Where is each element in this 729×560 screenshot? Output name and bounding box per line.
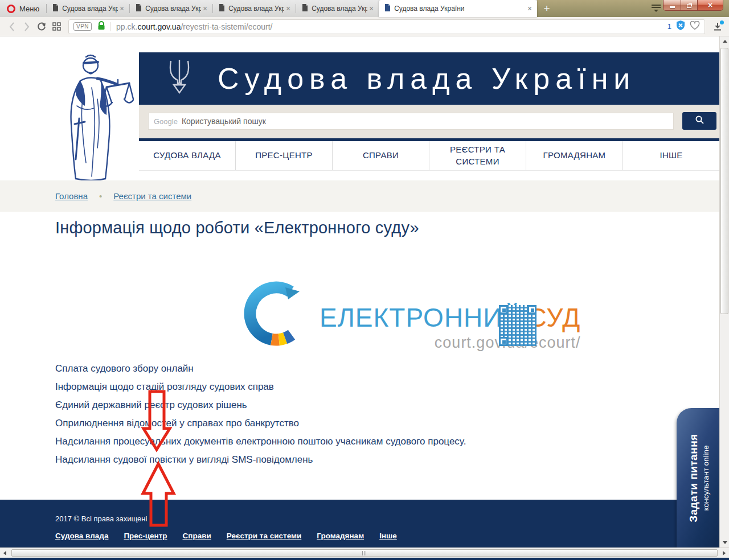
content-link[interactable]: Інформація щодо стадій розгляду судових …: [55, 378, 466, 396]
tab-title: Судова влада України: [145, 5, 201, 13]
tab-close-icon[interactable]: ×: [367, 5, 375, 13]
banner-title: Задати питання: [687, 408, 699, 547]
site-search-input[interactable]: Google Користувацький пошук: [148, 113, 674, 130]
window-controls: ×: [663, 0, 723, 11]
tab-close-icon[interactable]: ×: [284, 5, 292, 13]
tab-title: Судова влада України: [312, 5, 367, 13]
vpn-badge[interactable]: VPN: [73, 22, 92, 31]
download-notification-dot: [720, 20, 724, 24]
browser-tab[interactable]: Судова влада України ×: [213, 0, 296, 17]
tab-close-icon[interactable]: ×: [526, 5, 534, 13]
footer-link-reyestry[interactable]: Реєстри та системи: [227, 532, 301, 540]
downloads-icon[interactable]: [711, 20, 724, 34]
horizontal-scrollbar[interactable]: [0, 547, 729, 558]
reload-button[interactable]: [34, 19, 49, 34]
page-doc-icon: [136, 3, 142, 14]
horizontal-scroll-thumb[interactable]: [11, 549, 718, 557]
window-bottom-edge: [0, 558, 729, 560]
browser-tab[interactable]: Судова влада України ×: [296, 0, 379, 17]
breadcrumb-bullet-icon: •: [99, 191, 102, 201]
content-link[interactable]: Надсилання судової повістки у вигляді SM…: [55, 451, 466, 469]
footer-link-pres-centr[interactable]: Прес-центр: [124, 532, 167, 540]
copyright-text: 2017 © Всі права захищені: [55, 514, 147, 523]
url-text: pp.ck.court.gov.ua/reyestri-ta-sistemi/e…: [116, 22, 667, 31]
page-doc-icon: [384, 3, 391, 14]
lady-justice-image: [54, 51, 134, 183]
search-band: Google Користувацький пошук: [139, 105, 719, 138]
tab-title: Судова влада України: [62, 5, 118, 13]
close-button[interactable]: ×: [697, 0, 723, 10]
scroll-up-icon[interactable]: [720, 36, 729, 46]
breadcrumb: Головна • Реєстри та системи: [55, 180, 191, 212]
nav-item-inshe[interactable]: ІНШЕ: [622, 141, 719, 170]
content-link[interactable]: Оприлюднення відомостей у справах про ба…: [55, 414, 466, 433]
nav-item-spravy[interactable]: СПРАВИ: [332, 141, 429, 170]
nav-item-reyestry-ta-systemy[interactable]: РЕЄСТРИ ТА СИСТЕМИ: [429, 141, 526, 170]
content-link[interactable]: Надсилання процесуальних документів елек…: [55, 433, 466, 451]
browser-tab[interactable]: Судова влада України ×: [47, 0, 129, 17]
back-button[interactable]: [5, 19, 19, 34]
search-placeholder: Користувацький пошук: [182, 117, 266, 126]
minimize-button[interactable]: [664, 0, 681, 10]
page-doc-icon: [219, 3, 225, 14]
footer-link-sudova-vlada[interactable]: Судова влада: [55, 532, 108, 540]
page-title: Інформація щодо роботи «Електронного суд…: [55, 219, 419, 237]
search-button[interactable]: [682, 112, 716, 130]
secure-lock-icon[interactable]: [97, 21, 105, 32]
site-header: Судова влада України: [139, 52, 719, 105]
bookmark-heart-icon[interactable]: [690, 21, 700, 32]
footer-link-inshe[interactable]: Інше: [379, 532, 397, 540]
tab-title: Судова влада України: [394, 5, 526, 13]
site-footer: 2017 © Всі права захищені Судова влада П…: [0, 500, 719, 547]
ecourt-url: court.gov.ua/ecourt/: [320, 334, 580, 352]
content-links: Сплата судового збору онлайн Інформація …: [55, 360, 466, 469]
opera-logo-icon: [7, 5, 15, 13]
page-doc-icon: [302, 3, 308, 14]
browser-tab[interactable]: Судова влада України ×: [130, 0, 212, 17]
nav-item-sudova-vlada[interactable]: СУДОВА ВЛАДА: [139, 141, 235, 170]
google-brand-label: Google: [154, 117, 178, 126]
page-doc-icon: [52, 3, 59, 14]
browser-tab-bar: Меню Судова влада України × Судова влада…: [0, 0, 729, 17]
ask-question-banner[interactable]: Задати питання консультант online: [677, 408, 719, 547]
breadcrumb-home-link[interactable]: Головна: [55, 191, 88, 201]
vertical-scroll-thumb[interactable]: [720, 48, 728, 314]
ecourt-wordmark: ЕЛЕКТРОННИЙСУД: [320, 302, 580, 333]
opera-menu-label: Меню: [19, 5, 39, 13]
ecourt-c-mark: [243, 276, 313, 356]
web-page: Судова влада України Google Користувацьк…: [0, 36, 719, 547]
content-link[interactable]: Єдиний державний реєстр судових рішень: [55, 396, 466, 414]
speed-dial-icon[interactable]: [49, 19, 64, 34]
tab-close-icon[interactable]: ×: [201, 5, 209, 13]
tab-menu-icon[interactable]: [650, 3, 662, 13]
restore-button[interactable]: [681, 0, 697, 10]
new-tab-button[interactable]: +: [537, 0, 556, 17]
forward-button[interactable]: [19, 19, 34, 34]
adblock-shield-icon[interactable]: [676, 20, 685, 32]
vertical-scrollbar[interactable]: [719, 36, 729, 547]
main-navigation: СУДОВА ВЛАДА ПРЕС-ЦЕНТР СПРАВИ РЕЄСТРИ Т…: [139, 138, 719, 171]
qr-code: [499, 305, 536, 346]
opera-menu-button[interactable]: Меню: [0, 0, 46, 17]
scroll-left-icon[interactable]: [0, 548, 10, 558]
site-title: Судова влада України: [218, 61, 636, 96]
nav-item-pres-centr[interactable]: ПРЕС-ЦЕНТР: [235, 141, 332, 170]
breadcrumb-band: Головна • Реєстри та системи: [0, 180, 719, 212]
footer-link-spravy[interactable]: Справи: [183, 532, 211, 540]
address-bar: VPN pp.ck.court.gov.ua/reyestri-ta-siste…: [0, 17, 729, 36]
tab-close-icon[interactable]: ×: [118, 5, 126, 13]
scroll-right-icon[interactable]: [719, 548, 729, 558]
content-link[interactable]: Сплата судового збору онлайн: [55, 360, 466, 378]
url-field[interactable]: VPN pp.ck.court.gov.ua/reyestri-ta-siste…: [68, 19, 705, 34]
banner-subtitle: консультант online: [701, 408, 710, 547]
browser-tab-active[interactable]: Судова влада України ×: [379, 0, 537, 17]
footer-link-hromadyanam[interactable]: Громадянам: [317, 532, 364, 540]
nav-item-hromadyanam[interactable]: ГРОМАДЯНАМ: [526, 141, 622, 170]
ukraine-trident-icon: [166, 59, 193, 98]
scroll-down-icon[interactable]: [720, 538, 729, 547]
magnifier-icon: [695, 115, 705, 127]
blocked-count: 1: [667, 22, 671, 31]
breadcrumb-section-link[interactable]: Реєстри та системи: [113, 191, 191, 201]
tab-title: Судова влада України: [228, 5, 284, 13]
